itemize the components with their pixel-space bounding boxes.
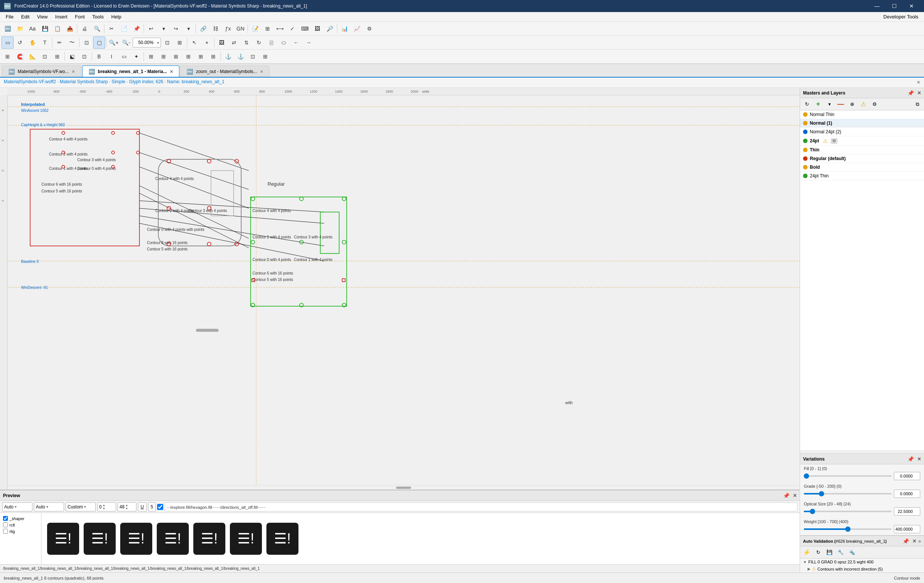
validation-pin-icon[interactable]: 📌	[903, 538, 909, 544]
new-file-button[interactable]: 🔤	[2, 23, 13, 35]
node-tool[interactable]: ⌖	[201, 36, 213, 49]
redo-button[interactable]: ↪	[170, 23, 182, 35]
rlig-checkbox-row[interactable]: rlig	[3, 529, 38, 534]
zoom-out[interactable]: 🔍-	[120, 36, 132, 49]
rotate[interactable]: ↻	[253, 36, 265, 49]
master-item-24pt-thin[interactable]: 24pt Thin	[800, 172, 924, 180]
zoom-in[interactable]: 🔍+	[108, 36, 120, 49]
value-spinner[interactable]: 0 ▲ ▼	[97, 502, 116, 511]
table3-btn[interactable]: ⊞	[170, 51, 182, 63]
masters-refresh[interactable]: ↻	[802, 99, 812, 110]
guides-btn[interactable]: 📐	[26, 51, 38, 63]
print-button[interactable]: 🖨	[78, 23, 91, 35]
fill-value-input[interactable]	[894, 472, 920, 480]
weight-slider-container[interactable]	[804, 525, 892, 533]
component-btn[interactable]: ⊞	[51, 51, 63, 63]
masters-pin-icon[interactable]: 📌	[908, 90, 914, 96]
settings[interactable]: ⚙	[363, 23, 375, 35]
variations-close-icon[interactable]: ×	[917, 456, 921, 463]
menu-help[interactable]: Help	[107, 13, 125, 20]
validation-lightning[interactable]: ⚡	[802, 547, 812, 558]
master-item-bold[interactable]: Bold	[800, 163, 924, 172]
flip-v[interactable]: ⇅	[241, 36, 252, 49]
kerning[interactable]: ⟷	[274, 23, 286, 35]
validation-fix[interactable]: 🔧	[835, 547, 846, 558]
size-spinner[interactable]: 48 ▲ ▼	[117, 502, 137, 511]
snap-btn[interactable]: 🧲	[14, 51, 26, 63]
blend-btn[interactable]: ⬕	[66, 51, 78, 63]
image-insert[interactable]: 🖼	[216, 36, 228, 49]
anchor2-btn[interactable]: ⚓	[234, 51, 246, 63]
weight-value-input[interactable]	[894, 525, 920, 533]
menu-view[interactable]: View	[33, 13, 51, 20]
master-item-thin[interactable]: Thin	[800, 146, 924, 155]
rclt-checkbox[interactable]	[3, 522, 8, 527]
masters-interpolate[interactable]: ⊕	[847, 99, 857, 110]
menu-file[interactable]: File	[2, 13, 17, 20]
validate[interactable]: 🔎	[324, 23, 336, 35]
glyph-props[interactable]: 📝	[249, 23, 261, 35]
master-item-normal24[interactable]: Normal 24pt (2)	[800, 128, 924, 136]
grid-btn[interactable]: ⊞	[2, 51, 13, 63]
optical-size-slider-container[interactable]	[804, 508, 892, 515]
grade-slider-container[interactable]	[804, 490, 892, 497]
pan-tool[interactable]: ✋	[26, 36, 38, 49]
value-up[interactable]: ▲	[102, 504, 106, 507]
underline-button[interactable]: U	[138, 502, 147, 511]
menu-font[interactable]: Font	[71, 13, 89, 20]
undo-dropdown[interactable]: ▾	[157, 23, 170, 35]
master-item-normal[interactable]: Normal (1)	[800, 119, 924, 128]
minimize-button[interactable]: —	[868, 0, 886, 12]
language-combo[interactable]: Auto ▾	[34, 502, 64, 511]
opentype[interactable]: ✓	[286, 23, 299, 35]
developer-tools[interactable]: Developer Tools	[879, 13, 922, 20]
tab-breaking-news-close[interactable]: ×	[170, 69, 173, 74]
undo-button[interactable]: ↩	[145, 23, 157, 35]
horizontal-scrollbar[interactable]	[8, 485, 800, 489]
masters-add-dropdown[interactable]: ▾	[824, 99, 835, 110]
rlig-checkbox[interactable]	[3, 529, 8, 534]
size-down[interactable]: ▼	[125, 507, 128, 510]
fit-view[interactable]: ⊡	[161, 36, 173, 49]
zoom-combo[interactable]: 50.00% ▾	[133, 38, 161, 48]
ref-btn[interactable]: ⊡	[39, 51, 51, 63]
validation-fix2[interactable]: 🔩	[847, 547, 857, 558]
table-btn[interactable]: ⊞	[145, 51, 157, 63]
contour-ops[interactable]: ⊡	[78, 51, 91, 63]
optical-size-value-input[interactable]	[894, 507, 920, 515]
masters-settings[interactable]: ⚙	[870, 99, 880, 110]
skew[interactable]: ⌻	[265, 36, 277, 49]
preview-checkbox[interactable]	[157, 504, 163, 510]
save-copy[interactable]: 📋	[51, 23, 63, 35]
bold-btn[interactable]: B	[93, 51, 105, 63]
tab-zoom-out-close[interactable]: ×	[260, 69, 263, 74]
master-item-normal-thin[interactable]: Normal Thin	[800, 110, 924, 119]
copy-button[interactable]: 📄	[118, 23, 130, 35]
expand-arrow-icon[interactable]: »	[918, 539, 921, 544]
masters-scrollbar[interactable]	[800, 450, 924, 453]
redo-dropdown[interactable]: ▾	[182, 23, 195, 35]
grade-value-input[interactable]	[894, 489, 920, 498]
tab-breaking-news[interactable]: 🔤 breaking_news_alt_1 - Materia... ×	[82, 66, 180, 77]
tab-zoom-out[interactable]: 🔤 zoom_out - MaterialSymbols... ×	[180, 66, 269, 77]
font-manager[interactable]: 📊	[338, 23, 350, 35]
validation-save[interactable]: 💾	[824, 547, 835, 558]
generate-button[interactable]: GN	[234, 23, 246, 35]
table5-btn[interactable]: ⊞	[195, 51, 207, 63]
fill-mode[interactable]: ⊡	[81, 36, 93, 49]
paste-button[interactable]: 📌	[130, 23, 142, 35]
tab-materialvf[interactable]: 🔤 MaterialSymbols-VF.wo... ×	[2, 66, 81, 77]
close-editor[interactable]: ×	[917, 79, 920, 86]
link-button[interactable]: 🔗	[197, 23, 209, 35]
mode-combo[interactable]: Custom ▾	[66, 502, 96, 511]
formula-button[interactable]: ƒx	[222, 23, 234, 35]
masters-warning[interactable]: ⚠	[858, 99, 869, 110]
pointer-tool[interactable]: ↖	[188, 36, 200, 49]
rclt-checkbox-row[interactable]: rclt	[3, 522, 38, 527]
table6-btn[interactable]: ⊞	[207, 51, 219, 63]
text-tool[interactable]: T	[39, 36, 51, 49]
table2-btn[interactable]: ⊞	[157, 51, 170, 63]
pencil-tool[interactable]: ✏	[53, 36, 66, 49]
bitmap[interactable]: 🖼	[311, 23, 323, 35]
table4-btn[interactable]: ⊞	[182, 51, 195, 63]
